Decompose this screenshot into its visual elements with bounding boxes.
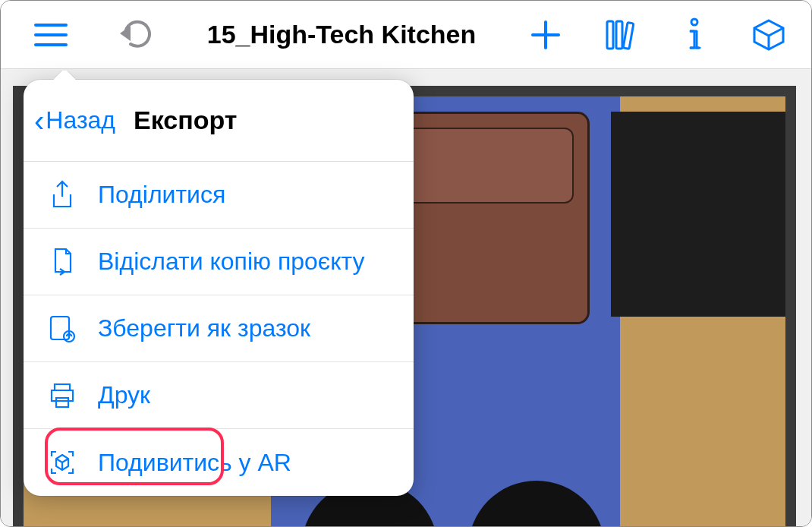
menu-item-label: Відіслати копію проєкту — [98, 248, 365, 276]
popover-title: Експорт — [134, 106, 237, 135]
menu-item-label: Подивитись у AR — [98, 449, 291, 477]
menu-item-label: Друк — [98, 381, 150, 409]
toolbar: 15_High-Tech Kitchen — [1, 1, 811, 69]
menu-item-share[interactable]: Поділитися — [24, 162, 414, 229]
popover-header: ‹ Назад Експорт — [24, 80, 414, 162]
toolbar-right — [524, 14, 790, 56]
menu-button[interactable] — [30, 14, 72, 56]
menu-item-print[interactable]: Друк — [24, 362, 414, 429]
info-button[interactable] — [673, 14, 716, 56]
menu-item-send-copy[interactable]: Відіслати копію проєкту — [24, 229, 414, 295]
ar-icon — [45, 445, 80, 480]
svg-point-9 — [691, 19, 697, 25]
wall-left — [13, 96, 24, 526]
3d-button[interactable] — [747, 14, 790, 56]
box-icon — [751, 17, 786, 52]
add-button[interactable] — [524, 14, 567, 56]
popover-arrow — [54, 71, 75, 81]
app-window: 15_High-Tech Kitchen — [0, 0, 812, 527]
svg-rect-6 — [607, 21, 613, 49]
rug-dark — [611, 112, 785, 317]
menu-item-view-ar[interactable]: Подивитись у AR — [24, 429, 414, 496]
menu-item-save-sample[interactable]: Зберегти як зразок — [24, 295, 414, 362]
back-button[interactable]: ‹ Назад — [30, 101, 120, 140]
plus-icon — [530, 19, 562, 51]
export-menu: Поділитися Відіслати копію проєкту Збере… — [24, 162, 414, 496]
hamburger-icon — [34, 22, 68, 48]
document-send-icon — [45, 245, 80, 279]
undo-button[interactable] — [116, 14, 159, 56]
back-label: Назад — [46, 106, 115, 134]
library-button[interactable] — [599, 14, 641, 56]
library-icon — [605, 18, 635, 52]
menu-item-label: Поділитися — [98, 181, 225, 209]
print-icon — [45, 378, 80, 413]
export-popover: ‹ Назад Експорт Поділитися Відіслати коп… — [24, 80, 414, 496]
undo-icon — [120, 20, 155, 50]
save-template-icon — [45, 311, 80, 346]
svg-rect-8 — [623, 22, 634, 49]
menu-item-label: Зберегти як зразок — [98, 314, 310, 342]
svg-rect-7 — [616, 21, 622, 49]
chevron-left-icon: ‹ — [34, 106, 44, 136]
toolbar-left — [30, 14, 159, 56]
info-icon — [685, 17, 704, 52]
share-icon — [45, 178, 80, 213]
wall-right — [785, 96, 796, 526]
document-title[interactable]: 15_High-Tech Kitchen — [159, 20, 524, 49]
